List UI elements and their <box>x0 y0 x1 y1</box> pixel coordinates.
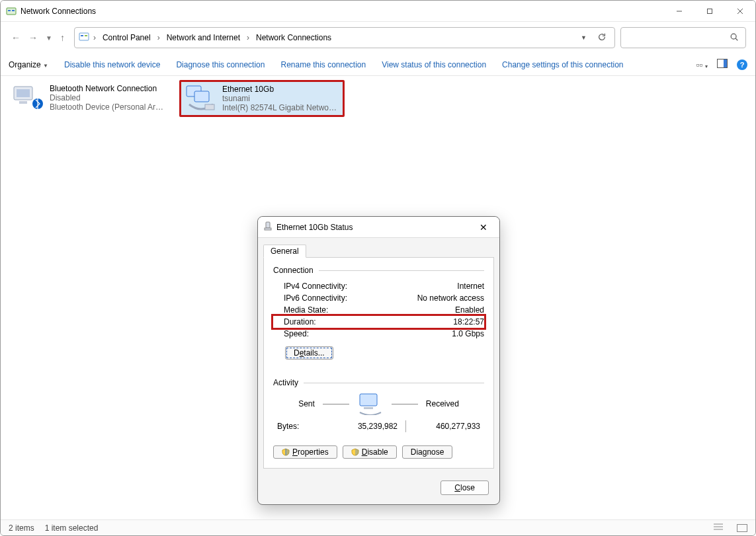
row-ipv6: IPv6 Connectivity:No network access <box>273 292 484 304</box>
recent-locations-button[interactable]: ▼ <box>46 34 52 42</box>
received-label: Received <box>426 399 459 408</box>
close-window-button[interactable] <box>725 1 755 22</box>
svg-rect-9 <box>85 35 87 36</box>
breadcrumb-control-panel[interactable]: Control Panel <box>100 32 153 44</box>
tab-strip: General <box>263 242 494 258</box>
svg-rect-19 <box>194 91 209 102</box>
forward-button[interactable]: → <box>28 32 38 43</box>
preview-pane-button[interactable] <box>717 59 728 70</box>
details-button[interactable]: Details... <box>285 346 333 360</box>
network-monitor-icon <box>357 393 384 415</box>
disable-button[interactable]: Disable <box>343 445 397 459</box>
shield-icon <box>351 448 359 456</box>
item-name: Ethernet 10Gb <box>222 85 339 94</box>
status-dialog: Ethernet 10Gb Status ✕ General Connectio… <box>257 216 500 505</box>
row-speed: Speed:1.0 Gbps <box>273 328 484 340</box>
svg-rect-4 <box>708 9 712 13</box>
row-duration: Duration:18:22:57 <box>273 316 484 328</box>
status-selected-count: 1 item selected <box>45 523 99 533</box>
refresh-button[interactable] <box>593 32 610 44</box>
chevron-right-icon[interactable]: › <box>245 33 251 42</box>
item-status: Disabled <box>50 93 167 102</box>
group-connection: Connection <box>273 266 484 275</box>
diagnose-button[interactable]: Diagnose <box>402 445 453 459</box>
dialog-title: Ethernet 10Gb Status <box>276 223 469 232</box>
nav-arrows: ← → ▼ ↑ <box>7 32 69 43</box>
svg-rect-20 <box>205 104 214 110</box>
back-button[interactable]: ← <box>11 32 21 43</box>
svg-rect-23 <box>360 394 377 406</box>
group-activity: Activity <box>273 378 484 387</box>
status-item-count: 2 items <box>9 523 34 533</box>
svg-line-11 <box>735 38 737 40</box>
action-button-row: Properties Disable Diagnose <box>273 445 484 459</box>
svg-rect-1 <box>8 10 11 11</box>
dialog-close-button[interactable]: ✕ <box>473 222 494 233</box>
details-view-button[interactable] <box>713 523 724 533</box>
maximize-button[interactable] <box>694 1 725 22</box>
svg-rect-15 <box>17 89 30 97</box>
help-button[interactable]: ? <box>737 59 747 70</box>
item-device: Intel(R) 82574L Gigabit Network C... <box>222 103 339 112</box>
item-status: tsunami <box>222 94 339 103</box>
item-name: Bluetooth Network Connection <box>50 84 167 93</box>
view-status-button[interactable]: View status of this connection <box>382 60 486 69</box>
row-bytes: Bytes: 35,239,982 460,277,933 <box>273 420 484 432</box>
chevron-right-icon[interactable]: › <box>156 33 161 42</box>
control-panel-icon <box>79 32 89 44</box>
bluetooth-adapter-icon <box>13 84 44 112</box>
window-title: Network Connections <box>21 7 664 16</box>
command-toolbar: Organize ▼ Disable this network device D… <box>1 54 755 76</box>
svg-rect-24 <box>364 407 373 409</box>
navigation-row: ← → ▼ ↑ › Control Panel › Network and In… <box>1 22 755 54</box>
address-bar[interactable]: › Control Panel › Network and Internet ›… <box>74 27 615 48</box>
chevron-right-icon[interactable]: › <box>92 33 97 42</box>
large-icons-view-button[interactable] <box>737 524 747 532</box>
change-settings-button[interactable]: Change settings of this connection <box>502 60 623 69</box>
svg-rect-13 <box>724 59 727 67</box>
window-icon <box>6 6 17 17</box>
shield-icon <box>282 448 290 456</box>
svg-rect-2 <box>12 10 15 11</box>
tab-general[interactable]: General <box>263 245 306 258</box>
close-button[interactable]: Close <box>441 480 489 495</box>
content-area: Bluetooth Network Connection Disabled Bl… <box>1 76 755 519</box>
view-options-button[interactable]: ▫▫ ▾ <box>696 59 708 70</box>
svg-rect-16 <box>19 101 27 104</box>
dialog-icon <box>263 221 273 233</box>
dialog-titlebar[interactable]: Ethernet 10Gb Status ✕ <box>258 217 499 238</box>
bytes-received-value: 460,277,933 <box>406 422 480 431</box>
titlebar: Network Connections <box>1 1 755 22</box>
svg-rect-8 <box>81 35 83 36</box>
svg-rect-22 <box>265 228 271 230</box>
search-icon <box>730 32 739 44</box>
properties-button[interactable]: Properties <box>273 445 337 459</box>
bytes-sent-value: 35,239,982 <box>323 422 405 431</box>
dialog-body: Connection IPv4 Connectivity:Internet IP… <box>263 258 494 469</box>
minimize-button[interactable] <box>664 1 694 22</box>
svg-point-10 <box>731 34 736 39</box>
status-bar: 2 items 1 item selected <box>1 519 755 535</box>
activity-graphic: Sent Received <box>273 393 484 415</box>
ethernet-adapter-icon <box>185 85 217 112</box>
breadcrumb-network-internet[interactable]: Network and Internet <box>164 32 243 44</box>
breadcrumb-network-connections[interactable]: Network Connections <box>253 32 334 44</box>
connection-item-bluetooth[interactable]: Bluetooth Network Connection Disabled Bl… <box>7 80 173 117</box>
disable-device-button[interactable]: Disable this network device <box>64 60 160 69</box>
row-ipv4: IPv4 Connectivity:Internet <box>273 280 484 292</box>
sent-label: Sent <box>298 399 315 408</box>
organize-menu[interactable]: Organize ▼ <box>9 60 48 69</box>
connection-item-ethernet[interactable]: Ethernet 10Gb tsunami Intel(R) 82574L Gi… <box>179 80 345 117</box>
dialog-footer: Close <box>258 474 499 504</box>
diagnose-connection-button[interactable]: Diagnose this connection <box>176 60 265 69</box>
item-device: Bluetooth Device (Personal Area ... <box>50 102 167 112</box>
search-box[interactable] <box>620 27 746 48</box>
svg-rect-21 <box>266 222 270 228</box>
row-media-state: Media State:Enabled <box>273 304 484 316</box>
rename-connection-button[interactable]: Rename this connection <box>280 60 366 69</box>
address-dropdown-button[interactable]: ▼ <box>577 34 591 41</box>
up-button[interactable]: ↑ <box>60 32 65 43</box>
svg-rect-7 <box>79 33 89 40</box>
